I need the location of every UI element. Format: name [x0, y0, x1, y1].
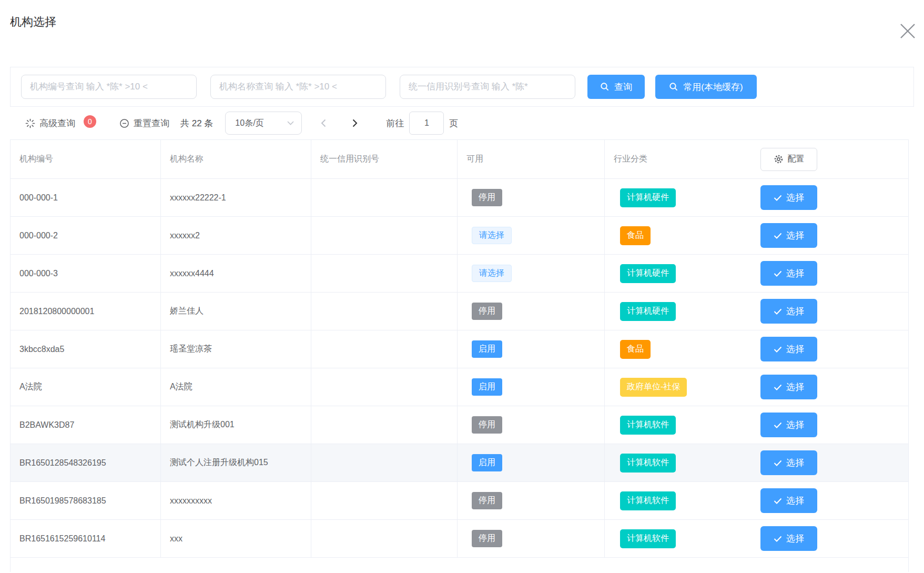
select-button[interactable]: 选择	[760, 488, 817, 513]
status-tag[interactable]: 请选择	[472, 265, 512, 282]
cell-industry: 计算机软件	[605, 520, 747, 557]
industry-tag: 计算机硬件	[620, 302, 676, 321]
table-row: A法院A法院启用政府单位-社保选择	[11, 368, 908, 406]
goto-unit-label: 页	[449, 117, 458, 129]
cell-org-id: A法院	[11, 368, 161, 406]
table-overflow-edge	[10, 558, 909, 572]
cell-action: 选择	[747, 406, 908, 444]
sparkle-icon	[25, 118, 35, 128]
check-icon	[774, 308, 782, 315]
select-button[interactable]: 选择	[760, 413, 817, 437]
cell-org-name: A法院	[161, 368, 311, 406]
check-icon	[774, 384, 782, 390]
chevron-right-icon	[352, 119, 358, 127]
select-button[interactable]: 选择	[760, 337, 817, 361]
cell-credit-id	[311, 255, 458, 292]
org-name-search-input[interactable]	[210, 75, 386, 99]
cell-action: 选择	[747, 482, 908, 519]
cell-status: 停用	[458, 179, 605, 216]
cache-query-button-label: 常用(本地缓存)	[683, 81, 743, 93]
cell-industry: 计算机软件	[605, 406, 747, 444]
check-icon	[774, 460, 782, 466]
status-tag[interactable]: 停用	[472, 530, 502, 547]
select-button[interactable]: 选择	[760, 185, 817, 210]
cell-industry: 政府单位-社保	[605, 368, 747, 406]
select-button[interactable]: 选择	[760, 299, 817, 324]
advanced-query-button[interactable]: 高级查询 0	[25, 117, 96, 129]
cell-status: 停用	[458, 406, 605, 444]
status-tag[interactable]: 停用	[472, 416, 502, 434]
industry-tag: 政府单位-社保	[620, 378, 687, 397]
chevron-left-icon	[321, 119, 326, 127]
goto-page-input[interactable]	[409, 112, 444, 135]
column-header-org-id: 机构编号	[11, 140, 161, 178]
cell-industry: 计算机硬件	[605, 255, 747, 292]
cell-org-name: xxxxxx4444	[161, 255, 311, 292]
cell-org-id: 000-000-2	[11, 217, 161, 254]
prev-page-button[interactable]	[313, 119, 333, 127]
cell-credit-id	[311, 293, 458, 330]
reset-query-button[interactable]: 重置查询	[119, 117, 169, 129]
filter-bar: 查询 常用(本地缓存)	[10, 67, 914, 107]
status-tag[interactable]: 停用	[472, 303, 502, 320]
cell-org-name: 瑶圣堂凉茶	[161, 330, 311, 368]
cell-action: 选择	[747, 520, 908, 557]
cell-org-name: xxxxxxxxxx	[161, 482, 311, 519]
status-tag[interactable]: 启用	[472, 454, 502, 471]
page-size-value: 10条/页	[235, 118, 263, 129]
status-tag[interactable]: 启用	[472, 378, 502, 396]
cell-action: 选择	[747, 255, 908, 292]
cell-credit-id	[311, 368, 458, 406]
close-button[interactable]	[897, 21, 918, 42]
status-tag[interactable]: 请选择	[472, 227, 512, 244]
cell-org-name: xxxxxx22222-1	[161, 179, 311, 216]
select-button[interactable]: 选择	[760, 261, 817, 286]
select-button[interactable]: 选择	[760, 526, 817, 551]
chevron-down-icon	[287, 121, 294, 125]
cell-industry: 计算机硬件	[605, 179, 747, 216]
cell-org-id: BR1650198578683185	[11, 482, 161, 519]
goto-label: 前往	[386, 117, 404, 129]
table-row: BR1651615259610114xxx停用计算机软件选择	[11, 520, 908, 558]
organization-select-modal: 机构选择 查询 常用(本地缓存)	[0, 14, 924, 572]
config-button[interactable]: 配置	[760, 148, 817, 171]
status-tag[interactable]: 停用	[472, 189, 502, 206]
check-icon	[774, 422, 782, 428]
cell-org-name: 测试个人注册升级机构015	[161, 444, 311, 481]
cell-action: 选择	[747, 217, 908, 254]
credit-id-search-input[interactable]	[400, 75, 575, 99]
select-button[interactable]: 选择	[760, 450, 817, 475]
status-tag[interactable]: 启用	[472, 340, 502, 358]
advanced-query-count-badge: 0	[84, 115, 96, 128]
check-icon	[774, 536, 782, 542]
cell-org-id: 3kbcc8xda5	[11, 330, 161, 368]
cache-query-button[interactable]: 常用(本地缓存)	[655, 75, 757, 99]
cell-credit-id	[311, 482, 458, 519]
cell-status: 停用	[458, 293, 605, 330]
select-button[interactable]: 选择	[760, 375, 817, 399]
query-button[interactable]: 查询	[587, 75, 645, 99]
org-id-search-input[interactable]	[21, 75, 197, 99]
cell-credit-id	[311, 406, 458, 444]
cell-org-name: 测试机构升级001	[161, 406, 311, 444]
cell-action: 选择	[747, 293, 908, 330]
cell-org-id: BR1650128548326195	[11, 444, 161, 481]
search-icon	[600, 82, 610, 92]
select-button[interactable]: 选择	[760, 223, 817, 248]
cell-action: 选择	[747, 330, 908, 368]
table-row: 000-000-3xxxxxx4444请选择计算机硬件选择	[11, 255, 908, 293]
industry-tag: 计算机软件	[620, 416, 676, 435]
cell-status: 请选择	[458, 217, 605, 254]
cell-credit-id	[311, 179, 458, 216]
cell-org-id: 2018120800000001	[11, 293, 161, 330]
next-page-button[interactable]	[345, 119, 365, 127]
column-header-industry: 行业分类	[605, 140, 747, 178]
industry-tag: 食品	[620, 226, 651, 245]
cell-status: 请选择	[458, 255, 605, 292]
table-body: 000-000-1xxxxxx22222-1停用计算机硬件选择000-000-2…	[11, 179, 908, 558]
cell-status: 启用	[458, 368, 605, 406]
status-tag[interactable]: 停用	[472, 492, 502, 509]
cell-industry: 计算机软件	[605, 444, 747, 481]
column-header-status: 可用	[458, 140, 605, 178]
page-size-select[interactable]: 10条/页	[225, 112, 302, 135]
